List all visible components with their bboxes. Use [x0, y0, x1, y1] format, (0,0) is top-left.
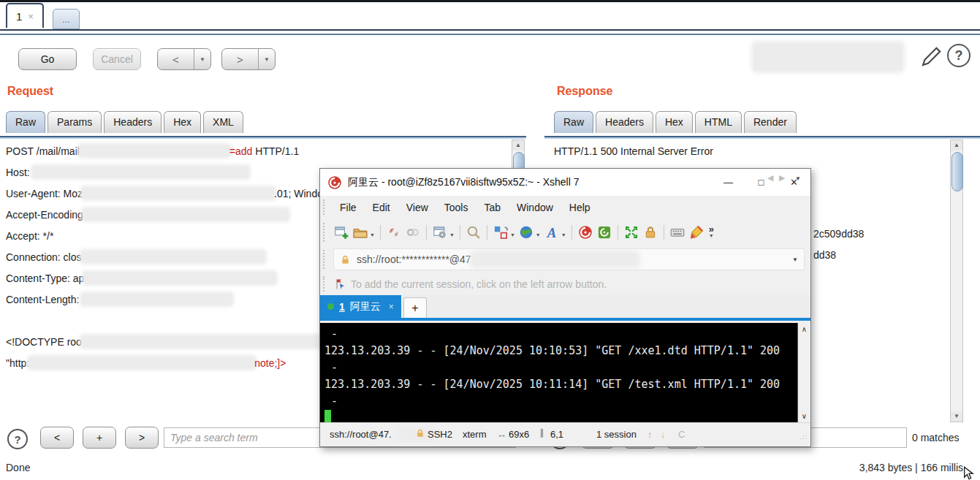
- redacted-text: [83, 188, 274, 199]
- repeater-tab-...[interactable]: ...: [53, 9, 80, 29]
- terminal-line: 123.13.203.39 - - [24/Nov/2025 10:10:53]…: [320, 343, 797, 359]
- lock-icon[interactable]: [642, 224, 659, 241]
- repeater-help-icon[interactable]: ?: [947, 44, 970, 67]
- editor-text: Content-Type: ap: [6, 273, 84, 284]
- request-search-help-icon[interactable]: ?: [7, 429, 28, 449]
- prev-dropdown-icon[interactable]: ▼: [194, 49, 210, 69]
- tab-list-dropdown-icon[interactable]: ▼: [795, 175, 801, 182]
- cancel-button[interactable]: Cancel: [93, 48, 141, 70]
- layout-icon[interactable]: [492, 224, 509, 241]
- edit-target-icon[interactable]: [919, 44, 943, 69]
- toolbar-overflow-icon[interactable]: »▼: [709, 226, 714, 239]
- new-terminal-icon[interactable]: [333, 224, 350, 241]
- addressbar-grip[interactable]: [323, 250, 327, 268]
- disconnect-icon[interactable]: [385, 224, 403, 241]
- font-dropdown-icon[interactable]: ▼: [561, 232, 566, 237]
- request-editor-top-rule: [0, 136, 526, 139]
- globe-icon[interactable]: [517, 224, 535, 241]
- keyboard-icon[interactable]: [669, 224, 686, 241]
- menu-item-edit[interactable]: Edit: [365, 202, 398, 213]
- menu-item-tools[interactable]: Tools: [436, 202, 476, 213]
- status-lock-icon: [415, 428, 425, 438]
- response-tab-render[interactable]: Render: [744, 111, 797, 133]
- address-field[interactable]: ssh://root:************@47 ▼: [333, 248, 805, 270]
- terminal-line: -: [320, 359, 797, 376]
- reconnect-icon[interactable]: [404, 224, 422, 241]
- open-folder-dropdown-icon[interactable]: ▼: [370, 232, 375, 237]
- request-search-case-button[interactable]: +: [83, 427, 116, 449]
- status-up-arrow-icon[interactable]: ↑: [647, 429, 653, 440]
- toolbar-grip[interactable]: [323, 223, 327, 243]
- repeater-tab-label: 1: [16, 10, 22, 23]
- response-tab-html[interactable]: HTML: [695, 111, 742, 133]
- font-icon[interactable]: A: [543, 224, 561, 241]
- next-request-button[interactable]: > ▼: [221, 48, 276, 70]
- terminal-line: -: [320, 393, 797, 410]
- menu-item-file[interactable]: File: [332, 202, 365, 213]
- request-search-next-button[interactable]: >: [125, 427, 159, 449]
- globe-dropdown-icon[interactable]: ▼: [536, 232, 541, 237]
- find-icon[interactable]: [465, 224, 482, 241]
- status-session-count: 1 session: [596, 429, 637, 440]
- request-search-prev-button[interactable]: <: [40, 427, 74, 449]
- response-scrollbar[interactable]: ▲ ▼: [950, 140, 963, 422]
- xftp-icon[interactable]: [596, 224, 613, 241]
- open-folder-icon[interactable]: [352, 224, 369, 241]
- infobar-grip[interactable]: [323, 276, 327, 292]
- session-tab-active[interactable]: 1 阿里云 ×: [320, 295, 401, 318]
- menubar-grip[interactable]: [323, 199, 327, 216]
- redacted-text: [84, 273, 276, 283]
- toolbar-separator: [618, 225, 618, 240]
- tab-scroll-left-icon[interactable]: ◀: [767, 173, 773, 183]
- tab-scroll-right-icon[interactable]: ▶: [779, 173, 785, 183]
- toolbar-separator: [380, 225, 381, 240]
- highlighter-icon[interactable]: [688, 224, 705, 241]
- session-tab-close-icon[interactable]: ×: [389, 302, 394, 312]
- status-down-arrow-icon[interactable]: ↓: [661, 429, 666, 440]
- xshell-icon[interactable]: [577, 224, 594, 241]
- response-tab-raw[interactable]: Raw: [554, 111, 593, 133]
- prev-request-button[interactable]: < ▼: [157, 48, 211, 70]
- request-tab-params[interactable]: Params: [48, 111, 102, 133]
- request-scroll-up-icon[interactable]: ▲: [512, 140, 524, 151]
- minimize-button[interactable]: —: [712, 169, 745, 196]
- terminal-screen[interactable]: -123.13.203.39 - - [24/Nov/2025 10:10:53…: [320, 323, 797, 423]
- menu-item-tab[interactable]: Tab: [476, 202, 509, 213]
- fullscreen-icon[interactable]: [623, 224, 640, 241]
- response-tab-hex[interactable]: Hex: [656, 111, 693, 133]
- session-status-dot: [327, 303, 334, 310]
- response-scroll-up-icon[interactable]: ▲: [951, 140, 962, 151]
- xshell-window[interactable]: 阿里云 - root@iZf8z5167vii8isftw95x5Z:~ - X…: [319, 168, 811, 447]
- request-tab-raw[interactable]: Raw: [6, 111, 45, 133]
- address-dropdown-icon[interactable]: ▼: [792, 256, 798, 263]
- editor-text: Accept: */*: [6, 230, 53, 242]
- request-tab-headers[interactable]: Headers: [104, 111, 162, 133]
- request-tab-hex[interactable]: Hex: [164, 111, 201, 133]
- repeater-tab-close-icon[interactable]: ×: [28, 11, 34, 22]
- go-button[interactable]: Go: [18, 48, 77, 70]
- menu-item-window[interactable]: Window: [509, 202, 561, 213]
- response-scroll-down-icon[interactable]: ▼: [951, 411, 962, 422]
- terminal-scroll-down-icon[interactable]: ∨: [798, 411, 810, 422]
- next-label: >: [222, 49, 258, 69]
- properties-dropdown-icon[interactable]: ▼: [449, 232, 455, 237]
- menu-item-view[interactable]: View: [398, 202, 436, 213]
- repeater-tab-1[interactable]: 1×: [6, 3, 44, 28]
- editor-text: Accept-Encoding: [6, 209, 83, 221]
- terminal-scrollbar[interactable]: ∧ ∨: [797, 323, 810, 423]
- resize-grip[interactable]: .::: [799, 433, 808, 441]
- terminal-scroll-up-icon[interactable]: ∧: [798, 324, 810, 335]
- xshell-titlebar[interactable]: 阿里云 - root@iZf8z5167vii8isftw95x5Z:~ - X…: [320, 169, 810, 196]
- redacted-text: [33, 167, 248, 178]
- new-session-tab-button[interactable]: +: [403, 297, 427, 318]
- request-tab-xml[interactable]: XML: [203, 111, 243, 133]
- layout-dropdown-icon[interactable]: ▼: [510, 232, 515, 237]
- menu-item-help[interactable]: Help: [561, 202, 599, 213]
- editor-text: "http:: [6, 357, 29, 369]
- xshell-window-title: 阿里云 - root@iZf8z5167vii8isftw95x5Z:~ - X…: [348, 176, 580, 189]
- editor-line: HTTP/1.1 500 Internal Server Error: [554, 141, 946, 162]
- properties-icon[interactable]: [431, 224, 449, 241]
- response-tab-headers[interactable]: Headers: [596, 111, 653, 133]
- next-dropdown-icon[interactable]: ▼: [258, 49, 275, 69]
- response-scroll-thumb[interactable]: [951, 152, 963, 191]
